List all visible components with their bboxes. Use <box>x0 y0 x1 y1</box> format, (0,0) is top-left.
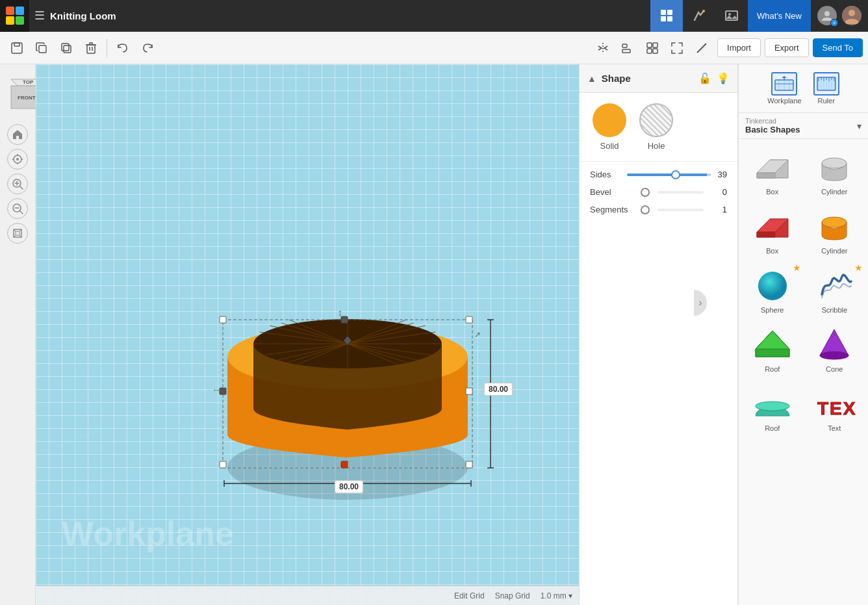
solid-shape-button[interactable]: Solid <box>593 103 626 151</box>
shape-item-sphere[interactable]: ★ Sphere <box>743 261 802 318</box>
scribble-star-icon: ★ <box>854 263 863 273</box>
group-button[interactable] <box>641 36 664 60</box>
shape-label-cone: Cone <box>826 365 843 373</box>
shape-panel: ▲ Shape 🔓 💡 Solid Hole Sides 39 <box>579 64 738 605</box>
shape-thumb-scribble <box>812 265 856 304</box>
svg-rect-21 <box>653 49 657 53</box>
svg-rect-32 <box>16 231 19 235</box>
home-view-button[interactable] <box>7 124 28 145</box>
shape-item-box-red[interactable]: Box <box>743 202 802 259</box>
svg-rect-2 <box>661 16 666 21</box>
shape-item-text[interactable]: TEXT Text <box>805 380 865 436</box>
user-avatar[interactable]: + <box>817 6 837 25</box>
shape-item-scribble[interactable]: ★ Scribble <box>805 261 865 318</box>
svg-point-7 <box>824 11 830 16</box>
shape-label-scribble: Scribble <box>821 306 847 314</box>
svg-point-6 <box>728 13 731 16</box>
shape-item-box-grey[interactable]: Box <box>743 143 802 200</box>
shape-thumb-cylinder-grey <box>812 147 856 186</box>
view-tools <box>591 36 713 60</box>
bevel-track <box>657 191 704 194</box>
shape-label-sphere: Sphere <box>761 306 784 314</box>
shape-thumb-roof2 <box>750 383 795 422</box>
svg-marker-96 <box>757 232 775 237</box>
new-shape-button[interactable] <box>5 36 29 60</box>
segments-label: Segments <box>590 205 635 214</box>
mirror-button[interactable] <box>591 36 615 60</box>
svg-point-103 <box>756 402 789 411</box>
svg-rect-1 <box>667 10 672 15</box>
copy-button[interactable] <box>30 36 53 60</box>
svg-rect-16 <box>622 44 627 47</box>
shape-thumb-cylinder-orange <box>812 206 856 245</box>
project-menu-icon[interactable]: ☰ <box>34 8 45 23</box>
whats-new-button[interactable]: What's New <box>748 0 811 32</box>
shapes-grid: Box Cylinder <box>739 139 868 440</box>
user-area: + <box>811 6 868 25</box>
viewport[interactable]: Workplane <box>36 64 579 605</box>
svg-text:TOP: TOP <box>23 79 34 85</box>
send-to-button[interactable]: Send To <box>813 38 863 57</box>
perspective-button[interactable] <box>7 223 28 244</box>
shape-item-roof[interactable]: Roof <box>743 320 802 377</box>
svg-rect-3 <box>667 16 672 21</box>
user-profile-avatar[interactable] <box>842 6 862 25</box>
shape-item-cone[interactable]: Cone <box>805 320 865 377</box>
panel-bulb-button[interactable]: 💡 <box>717 72 730 84</box>
workplane-button[interactable]: Workplane <box>765 70 804 107</box>
ruler-button[interactable] <box>690 36 713 60</box>
shape-item-cylinder-grey[interactable]: Cylinder <box>805 143 865 200</box>
bottom-bar: Edit Grid Snap Grid 1.0 mm ▾ <box>36 586 579 605</box>
undo-button[interactable] <box>111 36 134 60</box>
edit-grid-label[interactable]: Edit Grid <box>454 591 485 600</box>
shape-label-roof: Roof <box>765 365 780 373</box>
bevel-slider-dot[interactable] <box>641 188 650 197</box>
panel-arrow[interactable]: › <box>694 290 707 316</box>
redo-button[interactable] <box>136 36 159 60</box>
nav-build-button[interactable] <box>683 0 715 32</box>
segments-slider-dot[interactable] <box>641 205 650 214</box>
zoom-out-button[interactable] <box>7 198 28 219</box>
shape-thumb-box-grey <box>750 147 795 186</box>
align-button[interactable] <box>616 36 639 60</box>
dimension-horizontal: 80.00 <box>335 480 363 493</box>
svg-rect-12 <box>39 45 46 53</box>
svg-point-97 <box>822 217 847 227</box>
shape-label-roof2: Roof <box>765 424 780 432</box>
sphere-star-icon: ★ <box>793 263 801 273</box>
hole-circle <box>639 103 673 137</box>
nav-grid-button[interactable] <box>650 0 683 32</box>
category-dropdown-arrow[interactable]: ▾ <box>857 121 862 131</box>
shape-thumb-box-red <box>750 206 795 245</box>
svg-rect-10 <box>12 43 22 53</box>
bevel-value: 0 <box>711 187 727 197</box>
fit-view-button[interactable] <box>7 149 28 170</box>
sides-value: 39 <box>716 170 727 179</box>
duplicate-button[interactable] <box>55 36 78 60</box>
zoom-in-button[interactable] <box>7 174 28 194</box>
shape-item-cylinder-orange[interactable]: Cylinder <box>805 202 865 259</box>
right-panel: Workplane Ruler Tinkercad Basic Shapes ▾ <box>738 64 868 605</box>
svg-rect-17 <box>622 49 630 53</box>
panel-collapse-button[interactable]: ▲ <box>587 73 596 84</box>
left-panel: TOP FRONT <box>0 64 36 605</box>
ruler-button-right[interactable]: Ruler <box>811 70 842 107</box>
svg-point-9 <box>849 10 855 16</box>
export-button[interactable]: Export <box>765 38 809 57</box>
import-button[interactable]: Import <box>717 38 761 57</box>
delete-button[interactable] <box>79 36 103 60</box>
svg-text:FRONT: FRONT <box>18 95 36 101</box>
sides-slider[interactable] <box>627 174 711 176</box>
shape-thumb-cone <box>812 324 856 363</box>
panel-lock-button[interactable]: 🔓 <box>698 72 711 84</box>
svg-point-91 <box>822 158 847 168</box>
ungroup-button[interactable] <box>665 36 689 60</box>
sides-prop-row: Sides 39 <box>590 170 727 179</box>
snap-value[interactable]: 1.0 mm ▾ <box>541 591 572 600</box>
nav-gallery-button[interactable] <box>715 0 748 32</box>
hole-shape-button[interactable]: Hole <box>639 103 673 151</box>
shape-item-roof2[interactable]: Roof <box>743 380 802 436</box>
shape-panel-header: ▲ Shape 🔓 💡 <box>580 64 737 93</box>
shape-label-cylinder-grey: Cylinder <box>821 188 847 196</box>
shape-label-text: Text <box>828 424 841 432</box>
